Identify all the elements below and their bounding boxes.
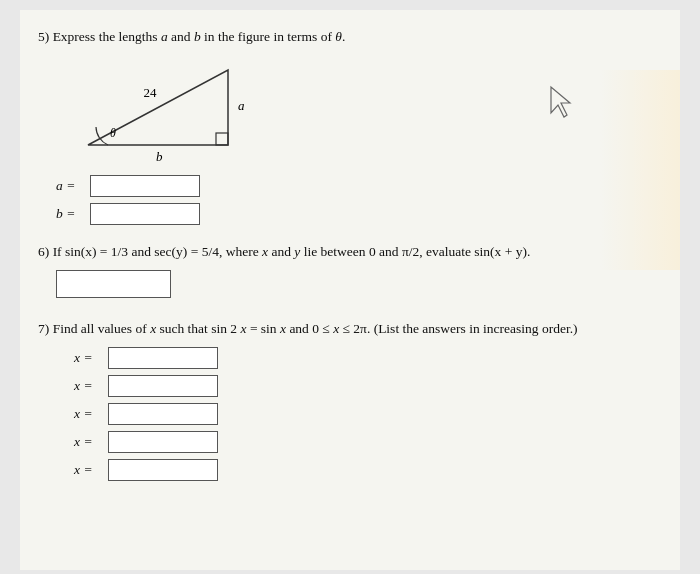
q5-a-label: a = bbox=[56, 178, 84, 194]
figure-area: 24 a b θ bbox=[68, 55, 656, 165]
q7-x3-label: x = bbox=[74, 406, 102, 422]
q7-x1-row: x = bbox=[74, 347, 656, 369]
q7-x3-input[interactable] bbox=[108, 403, 218, 425]
q5-a-row: a = bbox=[56, 175, 656, 197]
cursor-icon bbox=[546, 85, 576, 120]
svg-text:a: a bbox=[238, 98, 245, 113]
q6-label: 6) bbox=[38, 244, 49, 259]
question-6-block: 6) If sin(x) = 1/3 and sec(y) = 5/4, whe… bbox=[38, 243, 656, 302]
q7-x1-input[interactable] bbox=[108, 347, 218, 369]
question-7-block: 7) Find all values of x such that sin 2 … bbox=[38, 320, 656, 481]
q7-x4-row: x = bbox=[74, 431, 656, 453]
q7-answer-rows: x = x = x = x = x = bbox=[56, 347, 656, 481]
q7-x-var: x bbox=[150, 321, 156, 336]
q7-x2-input[interactable] bbox=[108, 375, 218, 397]
q5-label: 5) bbox=[38, 29, 49, 44]
question-6-text: 6) If sin(x) = 1/3 and sec(y) = 5/4, whe… bbox=[38, 243, 656, 262]
q7-x5-input[interactable] bbox=[108, 459, 218, 481]
q7-x3-row: x = bbox=[74, 403, 656, 425]
q5-b-var: b bbox=[194, 29, 201, 44]
q7-x5-row: x = bbox=[74, 459, 656, 481]
q7-x1-label: x = bbox=[74, 350, 102, 366]
q5-b-row: b = bbox=[56, 203, 656, 225]
svg-rect-1 bbox=[216, 133, 228, 145]
worksheet-page: 5) Express the lengths a and b in the fi… bbox=[20, 10, 680, 570]
q7-label: 7) bbox=[38, 321, 49, 336]
q6-y-var: y bbox=[294, 244, 300, 259]
q7-x4-label: x = bbox=[74, 434, 102, 450]
q5-b-label: b = bbox=[56, 206, 84, 222]
q5-vars: a bbox=[161, 29, 168, 44]
svg-text:θ: θ bbox=[110, 126, 116, 140]
q5-b-input[interactable] bbox=[90, 203, 200, 225]
svg-marker-0 bbox=[88, 70, 228, 145]
question-7-text: 7) Find all values of x such that sin 2 … bbox=[38, 320, 656, 339]
question-5-text: 5) Express the lengths a and b in the fi… bbox=[38, 28, 656, 47]
q6-answer-area bbox=[56, 270, 656, 302]
cursor-decoration bbox=[546, 85, 576, 124]
q7-x2-row: x = bbox=[74, 375, 656, 397]
q6-x-var: x bbox=[262, 244, 268, 259]
q6-answer-input[interactable] bbox=[56, 270, 171, 298]
question-5-block: 5) Express the lengths a and b in the fi… bbox=[38, 28, 656, 225]
svg-text:b: b bbox=[156, 149, 163, 164]
q7-x5-label: x = bbox=[74, 462, 102, 478]
svg-text:24: 24 bbox=[144, 85, 158, 100]
triangle-figure: 24 a b θ bbox=[68, 55, 268, 165]
q7-x2-label: x = bbox=[74, 378, 102, 394]
q5-theta: θ bbox=[335, 29, 342, 44]
q5-a-input[interactable] bbox=[90, 175, 200, 197]
svg-marker-6 bbox=[551, 87, 570, 117]
q7-x4-input[interactable] bbox=[108, 431, 218, 453]
